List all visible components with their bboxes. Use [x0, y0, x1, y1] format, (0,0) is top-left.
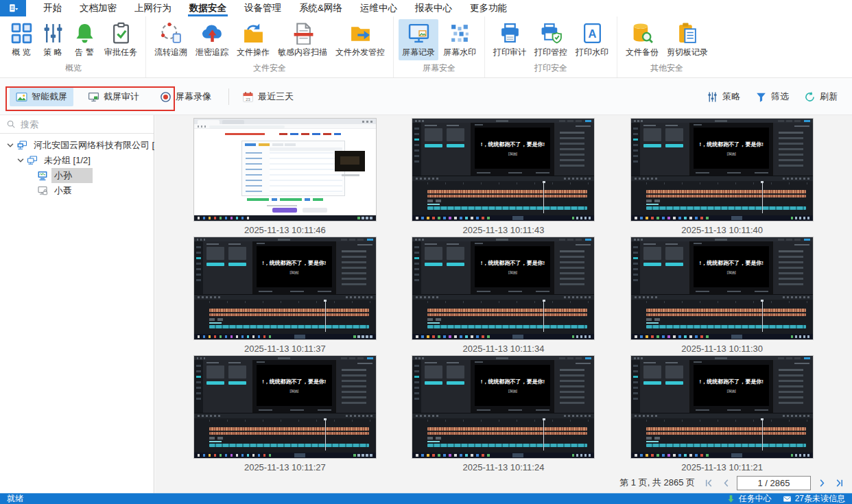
menu-tab[interactable]: 报表中心 — [406, 0, 461, 16]
ribbon-button[interactable]: 文件备份 — [622, 19, 662, 60]
tree-node[interactable]: 河北安国云网络科技有限公司 [1/2] — [0, 138, 154, 153]
menu-tab[interactable]: 运维中心 — [351, 0, 406, 16]
grid-icon — [10, 22, 33, 45]
ribbon-button[interactable]: 屏幕水印 — [440, 19, 480, 60]
menu-tab[interactable]: 文档加密 — [71, 0, 126, 16]
app-menu-button[interactable] — [0, 0, 26, 16]
screenshot-thumbnail[interactable]: !，统统都跑不了，要是你![加油] — [630, 237, 814, 340]
menu-tab[interactable]: 更多功能 — [461, 0, 516, 16]
caption-text: [加油] — [289, 389, 298, 393]
search-box[interactable] — [0, 115, 154, 134]
task-center-button[interactable]: 任务中心 — [726, 493, 772, 504]
screenshot-thumbnail[interactable]: !，统统都跑不了，要是你![加油] — [412, 355, 595, 459]
ribbon-button[interactable]: 文件外发管控 — [332, 19, 388, 60]
screenshot-thumbnail[interactable]: !，统统都跑不了，要是你![加油] — [412, 118, 595, 221]
view-mode-button[interactable]: 智能截屏 — [10, 87, 73, 106]
ribbon-button[interactable]: 审批任务 — [101, 19, 141, 60]
menu-tab[interactable]: 设备管理 — [235, 0, 290, 16]
folder-out-icon — [349, 22, 372, 45]
toolbar-button-label: 筛选 — [771, 91, 789, 103]
clipboard-doc-icon — [676, 22, 699, 45]
screenshot-thumbnail[interactable]: !，统统都跑不了，要是你![加油] — [193, 355, 377, 459]
screenshot-timestamp: 2025-11-13 10:11:21 — [681, 462, 763, 472]
first-page-button[interactable] — [702, 477, 715, 489]
video-editor-screenshot: !，统统都跑不了，要是你![加油] — [631, 237, 813, 339]
toolbar-refresh-button[interactable]: 刷新 — [798, 87, 844, 106]
ribbon-button[interactable]: 策 略 — [38, 19, 68, 60]
menu-tab[interactable]: 开始 — [34, 0, 71, 16]
screenshot-thumbnail[interactable] — [193, 118, 377, 221]
ribbon-button-label: 打印审计 — [493, 47, 526, 58]
screenshot-thumbnail[interactable]: !，统统都跑不了，要是你![加油] — [630, 355, 814, 459]
ribbon-button[interactable]: A打印水印 — [572, 19, 612, 60]
screenshot-thumbnail[interactable]: !，统统都跑不了，要是你![加油] — [193, 237, 377, 340]
caption-text: [加油] — [727, 152, 736, 156]
chevron-down-icon[interactable] — [5, 141, 15, 150]
date-filter-label: 最近三天 — [258, 91, 294, 103]
video-editor-screenshot: !，统统都跑不了，要是你![加油] — [194, 356, 376, 458]
ribbon-button[interactable]: 泄密追踪 — [192, 19, 232, 60]
ribbon-button-label: 剪切板记录 — [667, 47, 708, 58]
ribbon-button[interactable]: 文件操作 — [233, 19, 273, 60]
subtitle-text: !，统统都跑不了，要是你! — [481, 259, 545, 267]
subtitle-text: !，统统都跑不了，要是你! — [699, 259, 763, 267]
screenshot-cell: !，统统都跑不了，要是你![加油]2025-11-13 10:11:40 — [630, 118, 814, 237]
group-icon — [27, 155, 38, 166]
toolbar-policy-button[interactable]: 策略 — [700, 87, 746, 106]
cloud-upload-icon — [201, 22, 224, 45]
right-tools: 策略筛选刷新 — [700, 87, 844, 106]
ribbon-button[interactable]: 剪切板记录 — [663, 19, 711, 60]
caption-text: [加油] — [508, 270, 517, 274]
screenshot-timestamp: 2025-11-13 10:11:37 — [244, 344, 326, 354]
ribbon-button[interactable]: 打印审计 — [490, 19, 530, 60]
screenshot-timestamp: 2025-11-13 10:11:27 — [244, 462, 326, 472]
screenshot-cell: !，统统都跑不了，要是你![加油]2025-11-13 10:11:34 — [412, 237, 595, 355]
ribbon-button-label: 屏幕记录 — [402, 47, 435, 58]
toolbar-filter-button[interactable]: 筛选 — [749, 87, 795, 106]
caption-text: [加油] — [727, 270, 736, 274]
svg-text:23: 23 — [246, 97, 250, 101]
toolbar-separator — [228, 88, 229, 105]
view-mode-button[interactable]: 截屏审计 — [82, 87, 145, 106]
unread-messages-button[interactable]: 27条未读信息 — [783, 493, 845, 504]
date-filter-button[interactable]: 23 最近三天 — [236, 87, 300, 106]
tree-node[interactable]: 小聂 — [0, 183, 154, 198]
ribbon-button[interactable]: 流转追溯 — [151, 19, 191, 60]
screenshot-timestamp: 2025-11-13 10:11:30 — [681, 344, 763, 354]
subtitle-text: !，统统都跑不了，要是你! — [262, 259, 326, 267]
tree-node[interactable]: 未分组 [1/2] — [0, 153, 154, 168]
menu-tab[interactable]: 数据安全 — [180, 0, 235, 16]
tree-node[interactable]: 小孙 — [0, 168, 154, 183]
screenshot-thumbnail[interactable]: !，统统都跑不了，要是你![加油] — [630, 118, 814, 221]
page-input[interactable] — [737, 476, 811, 490]
svg-text:A: A — [588, 27, 596, 40]
chevron-down-icon[interactable] — [16, 156, 25, 165]
ribbon-button[interactable]: 告 警 — [69, 19, 99, 60]
screenshot-cell: !，统统都跑不了，要是你![加油]2025-11-13 10:11:37 — [193, 237, 377, 355]
ribbon-button[interactable]: 敏感内容扫描 — [274, 19, 331, 60]
screenshot-timestamp: 2025-11-13 10:11:40 — [681, 225, 763, 235]
ribbon-button-label: 文件操作 — [237, 47, 270, 58]
view-mode-label: 截屏审计 — [104, 91, 139, 103]
tree-node-label: 河北安国云网络科技有限公司 [1/2] — [31, 138, 172, 153]
screenshot-cell: !，统统都跑不了，要是你![加油]2025-11-13 10:11:27 — [193, 355, 377, 474]
image-icon — [16, 91, 27, 103]
trace-cycle-icon — [160, 22, 182, 45]
ribbon-button[interactable]: 屏幕记录 — [399, 19, 438, 60]
filter-icon — [755, 91, 767, 103]
video-editor-screenshot: !，统统都跑不了，要是你![加油] — [194, 237, 376, 339]
menu-tab[interactable]: 上网行为 — [126, 0, 180, 16]
prev-page-button[interactable] — [720, 477, 732, 489]
menu-tab[interactable]: 系统&网络 — [290, 0, 351, 16]
search-input[interactable] — [21, 119, 147, 130]
view-mode-button[interactable]: 屏幕录像 — [154, 87, 217, 106]
last-page-button[interactable] — [833, 477, 845, 489]
printer-shield-icon — [540, 22, 563, 45]
next-page-button[interactable] — [816, 477, 828, 489]
pc-online-icon — [37, 170, 48, 181]
screenshot-thumbnail[interactable]: !，统统都跑不了，要是你![加油] — [412, 237, 595, 340]
video-editor-screenshot: !，统统都跑不了，要是你![加油] — [631, 119, 813, 221]
ribbon-button[interactable]: 打印管控 — [531, 19, 571, 60]
unread-messages-label: 27条未读信息 — [795, 493, 845, 504]
ribbon-button[interactable]: 概 览 — [6, 19, 36, 60]
